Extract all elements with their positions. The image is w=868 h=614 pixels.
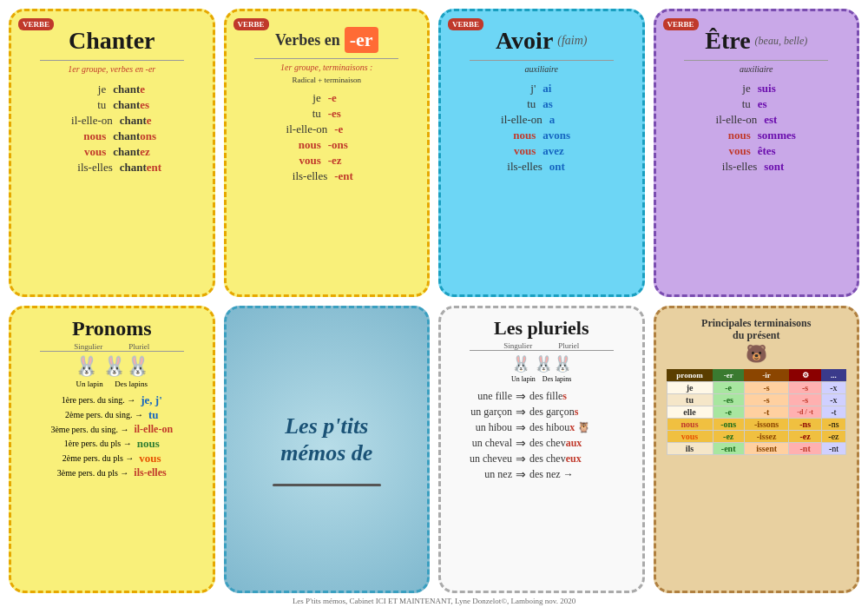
card-etre: VERBE Être (beau, belle) auxiliaire jesu… [654, 9, 860, 297]
pluriels-plur-header: Pluriel [558, 341, 579, 350]
terminaisons-title: Principales terminaisons du présent [701, 317, 811, 342]
card-verbes: VERBE Verbes en -er 1er groupe, terminai… [224, 9, 431, 297]
chanter-title: Chanter [69, 27, 155, 55]
card-memo: Les p'tits mémos de [224, 306, 431, 594]
etre-table: jesuis tues il-elle-onest noussommes vou… [667, 80, 847, 175]
etre-title: Être [705, 27, 750, 55]
avoir-faim: (faim) [557, 34, 587, 48]
footer: Les P'tits mémos, Cabinet ICI ET MAINTEN… [293, 597, 575, 605]
card-chanter: VERBE Chanter 1er groupe, verbes en -er … [9, 9, 215, 297]
verbes-er-box: -er [345, 27, 378, 53]
chanter-subtitle: 1er groupe, verbes en -er [68, 64, 155, 74]
avoir-auxiliaire: auxiliaire [524, 64, 558, 74]
card-pronoms: Pronoms Singulier Pluriel 🐰 🐰🐰 Un lapin … [9, 306, 215, 594]
chanter-table: jechante tuchantes il-elle-onchante nous… [22, 81, 202, 176]
verbes-title-prefix: Verbes en [275, 31, 340, 50]
etre-subtitle: (beau, belle) [755, 35, 808, 48]
pluriels-table: une fille ⇒ des filles un garçon ⇒ des g… [451, 388, 632, 483]
avoir-title: Avoir [496, 27, 553, 55]
terminaisons-table: pronom -er -ir ⚙ ... je -e -s -s -x tu - [667, 369, 847, 455]
pronoms-labels: Un lapin Des lapins [76, 380, 148, 388]
avoir-table: j'ai tuas il-elle-ona nousavons vousavez… [451, 80, 632, 175]
verbes-subtitle2: Radical + terminaison [292, 76, 361, 84]
card-terminaisons: Principales terminaisons du présent 🐻 pr… [654, 306, 860, 594]
pronoms-sing-header: Singulier [74, 342, 102, 351]
etre-auxiliaire: auxiliaire [740, 64, 773, 74]
pluriels-labels: Un lapin Des lapins [511, 375, 571, 383]
verbe-badge-avoir: VERBE [448, 18, 483, 30]
pronoms-title: Pronoms [72, 317, 152, 340]
pluriels-sing-header: Singulier [503, 341, 532, 350]
memo-title: Les p'tits mémos de [280, 413, 372, 466]
card-pluriels: Les pluriels Singulier Pluriel 🐰 🐰🐰 Un l… [438, 306, 645, 594]
pronoms-table: 1ère pers. du sing. → je, j' 2ème pers. … [22, 393, 202, 480]
main-grid: VERBE Chanter 1er groupe, verbes en -er … [9, 9, 859, 593]
memo-line [273, 484, 381, 486]
verbe-badge-verbes: VERBE [233, 18, 269, 30]
verbes-subtitle: 1er groupe, terminaisons : [280, 63, 372, 72]
verbe-badge-etre: VERBE [663, 18, 699, 30]
pluriels-title: Les pluriels [494, 317, 589, 340]
verbes-table: je-e tu-es il-elle-on-e nous-ons vous-ez… [237, 89, 418, 185]
card-avoir: VERBE Avoir (faim) auxiliaire j'ai tuas … [438, 9, 645, 297]
pronoms-plur-header: Pluriel [128, 342, 149, 351]
verbe-badge-chanter: VERBE [18, 18, 54, 30]
